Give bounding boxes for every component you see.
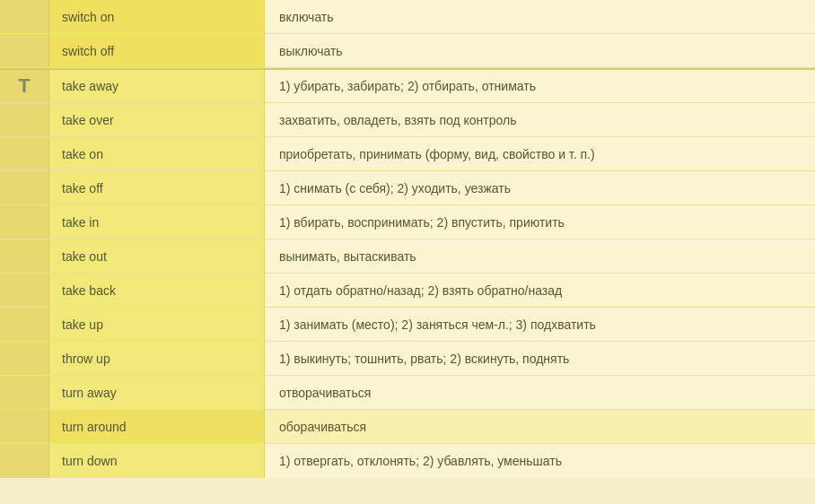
phrase-cell: take in — [49, 205, 265, 239]
letter-indicator — [0, 444, 49, 478]
vocabulary-table: switch onвключатьswitch offвыключатьTtak… — [0, 0, 815, 478]
letter-indicator — [0, 308, 49, 341]
phrase-cell: take off — [49, 171, 265, 204]
translation-cell: 1) отвергать, отклонять; 2) убавлять, ум… — [265, 444, 815, 478]
translation-cell: выключать — [265, 34, 815, 67]
phrase-cell: switch on — [49, 0, 265, 33]
translation-cell: приобретать, принимать (форму, вид, свой… — [265, 137, 815, 170]
table-row: throw up1) выкинуть; тошнить, рвать; 2) … — [0, 342, 815, 376]
phrase-cell: throw up — [49, 342, 265, 375]
translation-cell: оборачиваться — [265, 410, 815, 443]
phrase-cell: take back — [49, 274, 265, 307]
phrase-cell: turn around — [49, 410, 265, 443]
letter-indicator — [0, 274, 49, 307]
letter-indicator — [0, 376, 49, 409]
translation-cell: 1) занимать (место); 2) заняться чем-л.;… — [265, 308, 815, 341]
translation-cell: 1) вбирать, воспринимать; 2) впустить, п… — [265, 205, 815, 239]
translation-cell: отворачиваться — [265, 376, 815, 409]
table-row: take back1) отдать обратно/назад; 2) взя… — [0, 274, 815, 308]
phrase-cell: turn away — [49, 376, 265, 409]
table-row: take onприобретать, принимать (форму, ви… — [0, 137, 815, 171]
phrase-cell: take up — [49, 308, 265, 341]
translation-cell: вынимать, вытаскивать — [265, 239, 815, 273]
letter-indicator: T — [0, 70, 49, 102]
table-row: Ttake away1) убирать, забирать; 2) отбир… — [0, 68, 815, 103]
table-row: take off1) снимать (с себя); 2) уходить,… — [0, 171, 815, 205]
table-row: turn down1) отвергать, отклонять; 2) уба… — [0, 444, 815, 478]
letter-indicator — [0, 0, 49, 33]
translation-cell: включать — [265, 0, 815, 33]
phrase-cell: take over — [49, 103, 265, 136]
letter-indicator — [0, 342, 49, 375]
phrase-cell: turn down — [49, 444, 265, 478]
translation-cell: 1) выкинуть; тошнить, рвать; 2) вскинуть… — [265, 342, 815, 375]
phrase-cell: take out — [49, 239, 265, 273]
letter-indicator — [0, 171, 49, 204]
letter-indicator — [0, 103, 49, 136]
translation-cell: 1) отдать обратно/назад; 2) взять обратн… — [265, 274, 815, 307]
table-row: take outвынимать, вытаскивать — [0, 239, 815, 274]
table-row: switch offвыключать — [0, 34, 815, 68]
letter-indicator — [0, 410, 49, 443]
table-row: switch onвключать — [0, 0, 815, 34]
phrase-cell: take on — [49, 137, 265, 170]
table-row: turn awayотворачиваться — [0, 376, 815, 410]
letter-indicator — [0, 137, 49, 170]
table-row: take in1) вбирать, воспринимать; 2) впус… — [0, 205, 815, 239]
table-row: take overзахватить, овладеть, взять под … — [0, 103, 815, 137]
table-row: turn aroundоборачиваться — [0, 410, 815, 444]
phrase-cell: take away — [49, 70, 265, 102]
translation-cell: захватить, овладеть, взять под контроль — [265, 103, 815, 136]
translation-cell: 1) снимать (с себя); 2) уходить, уезжать — [265, 171, 815, 204]
table-row: take up1) занимать (место); 2) заняться … — [0, 308, 815, 342]
letter-indicator — [0, 205, 49, 239]
letter-indicator — [0, 34, 49, 67]
phrase-cell: switch off — [49, 34, 265, 67]
letter-indicator — [0, 239, 49, 273]
translation-cell: 1) убирать, забирать; 2) отбирать, отним… — [265, 70, 815, 102]
